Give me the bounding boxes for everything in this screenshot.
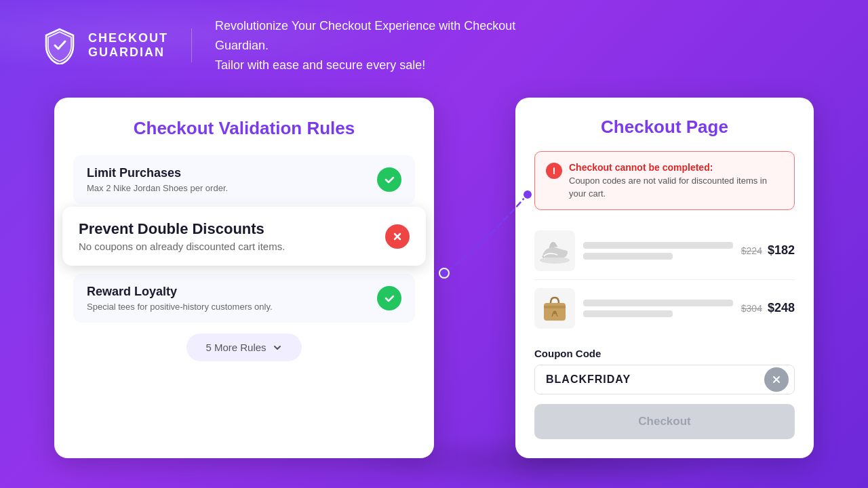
svg-rect-2 [544,306,566,308]
product-image-shoe [534,230,575,271]
coupon-clear-button[interactable] [764,367,789,392]
coupon-input[interactable] [535,365,764,394]
svg-point-0 [540,257,570,264]
checkout-button[interactable]: Checkout [534,404,795,439]
rule-info-prevent-double-discounts: Prevent Double Discounts No coupons on a… [79,220,285,252]
product-lines-shoe [583,242,733,260]
rule-card-reward-loyalty: Reward Loyalty Special tees for positive… [73,274,415,323]
product-old-price-bag: $304 [741,303,762,314]
product-row-shoe: $224 $182 [534,222,795,280]
rule-status-icon-limit-purchases [377,167,401,192]
validation-rules-title: Checkout Validation Rules [73,118,415,139]
checkout-button-label: Checkout [638,415,690,428]
product-line-3 [583,300,733,306]
rule-title-reward-loyalty: Reward Loyalty [87,285,273,299]
chevron-down-icon [272,342,283,353]
product-prices-bag: $304 $248 [741,301,795,315]
rule-title-limit-purchases: Limit Purchases [87,166,228,180]
product-prices-shoe: $224 $182 [741,243,795,258]
shoe-icon [537,237,572,264]
more-rules-label: 5 More Rules [205,342,266,353]
header-tagline: Revolutionize Your Checkout Experience w… [215,16,554,75]
rule-status-icon-prevent-double-discounts [385,224,410,249]
rule-desc-limit-purchases: Max 2 Nike Jordan Shoes per order. [87,183,228,193]
rule-title-prevent-double-discounts: Prevent Double Discounts [79,220,285,238]
error-text: Checkout cannot be completed: Coupon cod… [569,161,783,199]
checkout-page-title: Checkout Page [534,117,795,138]
product-row-bag: $304 $248 [534,280,795,337]
rule-card-limit-purchases: Limit Purchases Max 2 Nike Jordan Shoes … [73,155,415,204]
logo: CHECKOUT GUARDIAN [41,26,168,64]
rule-desc-reward-loyalty: Special tees for positive-history custom… [87,302,273,312]
coupon-input-row[interactable] [534,365,795,394]
bag-icon [537,291,572,326]
validation-rules-panel: Checkout Validation Rules Limit Purchase… [54,98,434,458]
coupon-label: Coupon Code [534,348,795,359]
logo-text: CHECKOUT GUARDIAN [88,31,168,60]
header: CHECKOUT GUARDIAN Revolutionize Your Che… [0,0,868,91]
rule-info-reward-loyalty: Reward Loyalty Special tees for positive… [87,285,273,312]
product-lines-bag [583,300,733,317]
more-rules-button[interactable]: 5 More Rules [186,333,301,361]
product-image-bag [534,288,575,329]
rule-desc-prevent-double-discounts: No coupons on already discounted cart it… [79,241,285,252]
main-content: Checkout Validation Rules Limit Purchase… [0,98,868,458]
product-line-4 [583,310,673,317]
close-icon [772,375,781,384]
rule-card-prevent-double-discounts: Prevent Double Discounts No coupons on a… [62,207,426,266]
shield-logo-icon [41,26,79,64]
error-title: Checkout cannot be completed: [569,162,713,173]
product-new-price-bag: $248 [768,301,795,315]
product-old-price-shoe: $224 [741,245,762,256]
rule-info-limit-purchases: Limit Purchases Max 2 Nike Jordan Shoes … [87,166,228,193]
svg-point-3 [553,310,557,314]
product-new-price-shoe: $182 [768,243,795,258]
error-icon [546,163,562,179]
header-divider [191,28,192,62]
error-banner: Checkout cannot be completed: Coupon cod… [534,151,795,209]
checkout-page-panel: Checkout Page Checkout cannot be complet… [515,98,814,458]
product-line-1 [583,242,733,249]
rule-status-icon-reward-loyalty [377,286,401,310]
error-message: Coupon codes are not valid for discounte… [569,175,783,199]
product-line-2 [583,253,673,260]
